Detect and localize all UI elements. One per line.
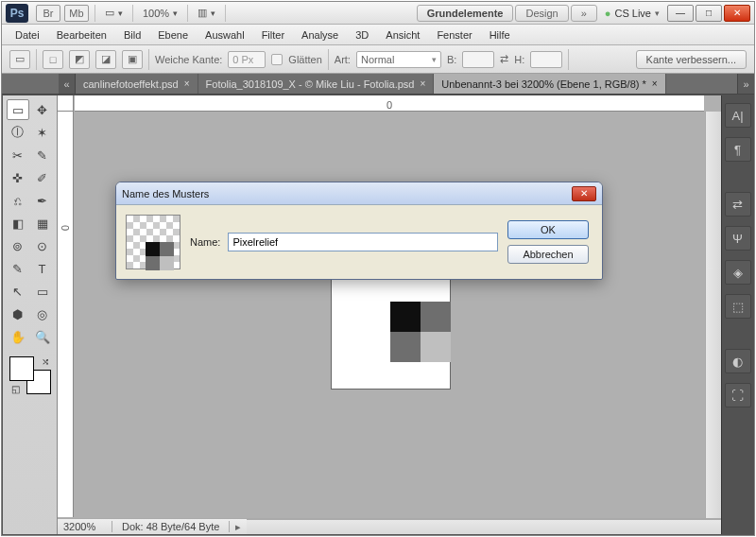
bridge-button[interactable]: Br xyxy=(36,5,60,22)
cancel-button[interactable]: Abbrechen xyxy=(507,245,589,264)
ruler-origin[interactable] xyxy=(58,95,74,112)
tab-scroll-left[interactable]: « xyxy=(59,74,76,94)
feather-input[interactable]: 0 Px xyxy=(228,51,266,68)
menu-bild[interactable]: Bild xyxy=(116,26,148,43)
eraser-tool[interactable]: ◧ xyxy=(7,213,29,234)
path-select-tool[interactable]: ↖ xyxy=(7,281,29,302)
zoom-tool[interactable]: 🔍 xyxy=(31,326,54,347)
foreground-color[interactable] xyxy=(9,356,34,381)
swatches-panel-icon[interactable]: ◈ xyxy=(725,260,751,285)
brush-tool[interactable]: ✐ xyxy=(31,167,54,188)
adjustments-panel-icon[interactable]: ◐ xyxy=(725,349,751,373)
document-tab[interactable]: Unbenannt-3 bei 3200% (Ebene 1, RGB/8) *… xyxy=(434,74,665,94)
pen-tool[interactable]: ✎ xyxy=(7,258,29,279)
paragraph-panel-icon[interactable]: ¶ xyxy=(725,137,751,162)
style-select[interactable]: Normal xyxy=(356,51,441,68)
3d-tool[interactable]: ⬢ xyxy=(7,303,29,324)
history-brush-tool[interactable]: ✒ xyxy=(31,190,54,211)
marquee-tool-icon[interactable]: ▭ xyxy=(9,50,30,69)
tab-close-icon[interactable]: × xyxy=(420,78,425,89)
document-tab[interactable]: canlinefotoeffekt.psd× xyxy=(76,74,198,94)
menu-analyse[interactable]: Analyse xyxy=(294,26,346,43)
tab-label: Fotolia_3018109_X - © Mike Liu - Fotolia… xyxy=(206,78,415,90)
ruler-horizontal[interactable]: 0 xyxy=(75,95,704,112)
character-panel-icon[interactable]: A| xyxy=(725,103,751,128)
close-button[interactable]: ✕ xyxy=(724,5,750,22)
ok-button[interactable]: OK xyxy=(507,220,589,239)
tab-scroll-right[interactable]: » xyxy=(737,74,754,94)
menu-ansicht[interactable]: Ansicht xyxy=(378,26,427,43)
document-canvas[interactable] xyxy=(332,275,450,389)
minibridge-button[interactable]: Mb xyxy=(64,5,89,22)
canvas-area[interactable]: 0 0 3200% Dok: 48 Byte/64 Byte ▸ xyxy=(58,95,721,534)
dialog-close-button[interactable]: ✕ xyxy=(572,186,596,201)
navigator-panel-icon[interactable]: ⇄ xyxy=(725,192,751,217)
menu-fenster[interactable]: Fenster xyxy=(429,26,479,43)
doc-info-menu-icon[interactable]: ▸ xyxy=(230,521,247,533)
blur-tool[interactable]: ⊚ xyxy=(7,235,29,256)
screen-mode-dropdown[interactable]: ▭ xyxy=(99,5,129,22)
zoom-field[interactable]: 3200% xyxy=(58,521,112,532)
ruler-vertical[interactable]: 0 xyxy=(58,112,74,517)
tab-label: canlinefotoeffekt.psd xyxy=(83,78,179,90)
refine-edge-button[interactable]: Kante verbessern... xyxy=(636,50,747,69)
workspace-design[interactable]: Design xyxy=(515,5,568,22)
3d-camera-tool[interactable]: ◎ xyxy=(31,303,54,324)
menu-3d[interactable]: 3D xyxy=(348,26,376,43)
healing-tool[interactable]: ✜ xyxy=(7,167,29,188)
clone-tool[interactable]: ⎌ xyxy=(7,190,29,211)
default-colors-icon[interactable]: ◱ xyxy=(11,384,20,394)
menu-datei[interactable]: Datei xyxy=(8,26,47,43)
selection-intersect-icon[interactable]: ▣ xyxy=(122,50,143,69)
tab-label: Unbenannt-3 bei 3200% (Ebene 1, RGB/8) * xyxy=(441,78,645,90)
move-tool[interactable]: ✥ xyxy=(31,99,54,120)
styles-panel-icon[interactable]: ⛶ xyxy=(725,383,751,407)
menu-filter[interactable]: Filter xyxy=(254,26,292,43)
swap-colors-icon[interactable]: ⤭ xyxy=(42,356,49,367)
ruler-mark: 0 xyxy=(60,225,71,231)
options-bar: ▭ □ ◩ ◪ ▣ Weiche Kante: 0 Px Glätten Art… xyxy=(2,45,754,74)
scrollbar-horizontal[interactable] xyxy=(247,519,721,535)
pattern-name-input[interactable] xyxy=(228,233,498,251)
lasso-tool[interactable]: ⓛ xyxy=(7,122,29,143)
color-swatches[interactable]: ⤭ ◱ xyxy=(9,356,51,394)
type-tool[interactable]: T xyxy=(31,258,54,279)
zoom-dropdown[interactable]: 100% xyxy=(137,5,183,22)
menu-bearbeiten[interactable]: Bearbeiten xyxy=(49,26,114,43)
arrange-dropdown[interactable]: ▥ xyxy=(192,5,221,22)
app-window: Ps Br Mb ▭ 100% ▥ Grundelemente Design »… xyxy=(1,1,755,536)
app-logo: Ps xyxy=(6,4,28,23)
marquee-tool[interactable]: ▭ xyxy=(7,99,29,120)
selection-new-icon[interactable]: □ xyxy=(43,50,63,69)
dodge-tool[interactable]: ⊙ xyxy=(31,235,54,256)
cslive-dropdown[interactable]: CS Live xyxy=(605,8,660,19)
selection-add-icon[interactable]: ◩ xyxy=(69,50,90,69)
dialog-titlebar[interactable]: Name des Musters ✕ xyxy=(116,182,602,205)
hand-tool[interactable]: ✋ xyxy=(7,326,29,347)
maximize-button[interactable]: □ xyxy=(696,5,722,22)
selection-subtract-icon[interactable]: ◪ xyxy=(95,50,116,69)
layers-panel-icon[interactable]: ⬚ xyxy=(725,294,751,319)
menu-auswahl[interactable]: Auswahl xyxy=(198,26,252,43)
workspace-more[interactable]: » xyxy=(571,5,597,22)
eyedropper-tool[interactable]: ✎ xyxy=(31,145,54,165)
minimize-button[interactable]: — xyxy=(667,5,694,22)
document-tab-bar: « canlinefotoeffekt.psd× Fotolia_3018109… xyxy=(2,74,754,95)
workspace-grundelemente[interactable]: Grundelemente xyxy=(417,5,514,22)
right-panel-dock: A| ¶ ⇄ Ψ ◈ ⬚ ◐ ⛶ xyxy=(721,95,753,534)
menu-hilfe[interactable]: Hilfe xyxy=(482,26,518,43)
doc-info[interactable]: Dok: 48 Byte/64 Byte xyxy=(112,521,230,532)
magic-wand-tool[interactable]: ✶ xyxy=(31,122,54,143)
document-tab[interactable]: Fotolia_3018109_X - © Mike Liu - Fotolia… xyxy=(198,74,435,94)
tab-close-icon[interactable]: × xyxy=(184,78,190,89)
tab-close-icon[interactable]: × xyxy=(652,78,658,89)
antialias-checkbox xyxy=(271,54,283,65)
scrollbar-vertical[interactable] xyxy=(705,112,721,518)
menu-ebene[interactable]: Ebene xyxy=(150,26,196,43)
shape-tool[interactable]: ▭ xyxy=(31,281,54,302)
gradient-tool[interactable]: ▦ xyxy=(31,213,54,234)
ruler-mark: 0 xyxy=(387,99,392,111)
brushes-panel-icon[interactable]: Ψ xyxy=(725,226,751,251)
pattern-preview xyxy=(126,215,180,269)
crop-tool[interactable]: ✂ xyxy=(7,145,29,165)
